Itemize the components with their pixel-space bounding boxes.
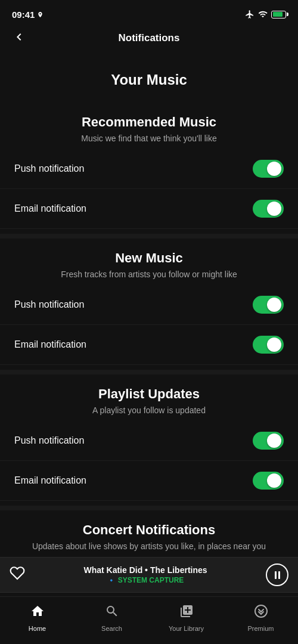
wifi-icon [258,10,268,19]
playlist-email-toggle[interactable] [253,472,284,490]
nav-search[interactable]: Search [91,604,133,632]
toggle-knob [267,162,281,176]
playlist-subtitle: A playlist you follow is updated [12,405,286,415]
bottom-navigation: Home Search Your Library Premium [0,596,298,644]
track-title: What Katie Did [83,565,142,575]
recommended-music-section: Recommended Music Music we find that we … [0,103,298,234]
concert-header: Concert Notifications Updates about live… [0,510,298,557]
divider-1 [0,234,298,239]
premium-label: Premium [247,625,274,632]
header-title: Notifications [119,32,180,44]
concert-subtitle: Updates about live shows by artists you … [12,541,286,551]
playlist-push-toggle[interactable] [253,432,284,450]
new-music-title: New Music [12,250,286,266]
premium-icon [254,604,268,622]
pause-bar-left [275,571,277,579]
concert-title: Concert Notifications [12,522,286,538]
playlist-email-row: Email notification [0,461,298,501]
new-music-email-label: Email notification [14,339,86,350]
page-main-title: Your Music [111,72,187,88]
new-music-push-row: Push notification [0,285,298,325]
nav-library[interactable]: Your Library [166,604,207,632]
new-music-email-row: Email notification [0,325,298,365]
toggle-knob [267,202,281,216]
status-bar: 09:41 [0,0,298,26]
library-label: Your Library [169,625,204,632]
recommended-header: Recommended Music Music we find that we … [0,103,298,149]
status-icons [245,10,286,19]
toggle-knob [267,298,281,312]
track-info: What Katie Did • The Libertines 🔹 SYSTEM… [25,565,266,584]
new-music-header: New Music Fresh tracks from artists you … [0,239,298,285]
toggle-knob [267,338,281,352]
home-icon [30,604,45,622]
airplane-icon [245,10,254,19]
track-name: What Katie Did • The Libertines [25,565,266,575]
home-label: Home [29,625,46,632]
new-music-push-toggle[interactable] [253,296,284,314]
toggle-knob [267,434,281,448]
playlist-title: Playlist Updates [12,386,286,402]
toggle-knob [267,473,281,488]
playlist-updates-section: Playlist Updates A playlist you follow i… [0,374,298,506]
battery-icon [271,11,286,18]
search-label: Search [101,625,122,632]
recommended-subtitle: Music we find that we think you'll like [12,134,286,143]
pause-symbol [275,571,280,579]
new-music-email-toggle[interactable] [253,336,284,354]
recommended-email-label: Email notification [14,203,86,214]
system-capture-label: SYSTEM CAPTURE [118,576,184,584]
playlist-push-label: Push notification [14,435,84,446]
playlist-push-row: Push notification [0,421,298,461]
new-music-subtitle: Fresh tracks from artists you follow or … [12,270,286,279]
status-time: 09:41 [12,10,44,20]
playlist-header: Playlist Updates A playlist you follow i… [0,374,298,421]
pause-button[interactable] [266,564,288,586]
page-title-section: Your Music [0,60,298,103]
recommended-push-toggle[interactable] [253,160,284,178]
bluetooth-icon: 🔹 [107,577,116,584]
time-display: 09:41 [12,10,35,20]
track-artist: The Libertines [150,565,207,575]
new-music-push-label: Push notification [14,299,84,310]
nav-premium[interactable]: Premium [240,604,282,632]
pause-bar-right [278,571,280,579]
recommended-push-row: Push notification [0,149,298,189]
nav-home[interactable]: Home [17,604,58,632]
recommended-email-row: Email notification [0,189,298,229]
recommended-push-label: Push notification [14,163,84,174]
now-playing-bar: What Katie Did • The Libertines 🔹 SYSTEM… [0,557,298,593]
search-icon [105,604,119,622]
playlist-email-label: Email notification [14,475,86,486]
heart-button[interactable] [10,565,25,584]
divider-2 [0,370,298,374]
recommended-title: Recommended Music [12,114,286,130]
page-header: Notifications [0,26,298,54]
new-music-section: New Music Fresh tracks from artists you … [0,239,298,370]
divider-3 [0,506,298,510]
recommended-email-toggle[interactable] [253,200,284,218]
track-capture-info: 🔹 SYSTEM CAPTURE [25,576,266,584]
track-sep: • [145,565,148,575]
location-icon [37,11,44,18]
library-icon [179,604,194,622]
concert-notifications-section: Concert Notifications Updates about live… [0,510,298,562]
main-content: Your Music Recommended Music Music we fi… [0,54,298,562]
back-button[interactable] [12,30,26,47]
